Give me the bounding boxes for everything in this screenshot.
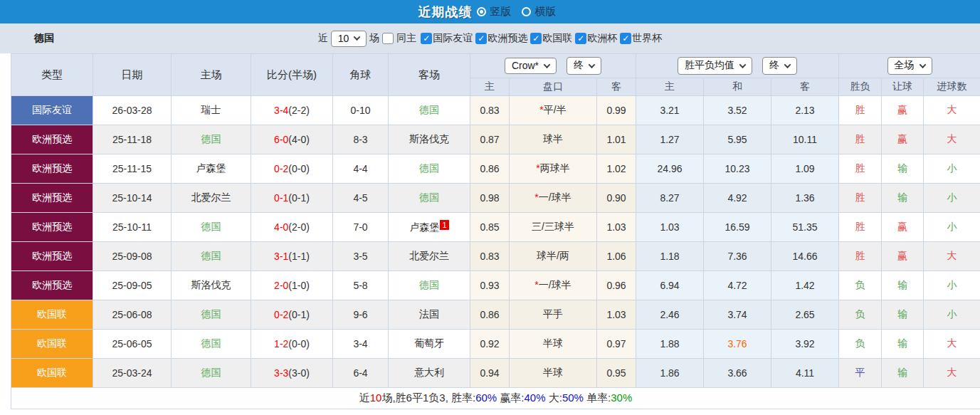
- scope-select[interactable]: 全场: [887, 57, 932, 75]
- away-team[interactable]: 德国: [389, 184, 470, 213]
- chevron-down-icon: [739, 61, 747, 68]
- vertical-layout-radio[interactable]: [477, 7, 486, 16]
- checked-checkbox-icon[interactable]: ✓: [530, 33, 542, 44]
- checked-checkbox-icon[interactable]: ✓: [421, 33, 432, 44]
- home-team[interactable]: 德国: [172, 213, 251, 242]
- odds-away: 1.01: [597, 125, 636, 154]
- avg-time-select-value: 终: [769, 59, 779, 72]
- corner-score: 9-6: [333, 300, 389, 330]
- avg-away-odds: 2.13: [771, 96, 839, 125]
- odds-away: 1.03: [597, 300, 636, 330]
- home-team[interactable]: 德国: [172, 242, 251, 271]
- away-team[interactable]: 德国: [389, 96, 470, 125]
- home-team[interactable]: 瑞士: [172, 96, 251, 125]
- corner-score: 5-8: [333, 271, 389, 300]
- avg-home-odds: 3.21: [636, 96, 704, 125]
- match-date: 25-10-11: [93, 213, 172, 242]
- competition-label[interactable]: 欧洲预选: [488, 32, 527, 45]
- result-wdl: 平: [839, 359, 882, 388]
- avg-draw-odds: 4.92: [704, 184, 771, 213]
- match-type-badge: 欧洲预选: [11, 125, 93, 154]
- checked-checkbox-icon[interactable]: ✓: [575, 33, 586, 44]
- subcol-handicap: 盘口: [510, 78, 597, 96]
- bookmaker-select[interactable]: Crow*: [505, 58, 557, 74]
- match-type-badge: 欧国联: [11, 300, 93, 330]
- result-handicap: 赢: [882, 125, 924, 154]
- recent-count-select[interactable]: 10: [331, 31, 367, 47]
- away-team[interactable]: 北爱尔兰: [389, 242, 470, 271]
- competition-filter-euro-qualifier[interactable]: ✓ 欧洲预选: [475, 32, 527, 45]
- competition-label[interactable]: 欧国联: [542, 32, 572, 45]
- away-team[interactable]: 德国: [389, 154, 470, 184]
- col-header-type: 类型: [11, 54, 93, 96]
- avg-type-select-value: 胜平负均值: [685, 59, 734, 72]
- handicap-line: 半球: [510, 330, 597, 359]
- odds-home: 0.98: [470, 184, 510, 213]
- filter-controls: 近 10 场 同主 ✓ 国际友谊 ✓ 欧洲预选 ✓ 欧国联 ✓ 欧洲杯: [318, 31, 663, 47]
- home-team[interactable]: 德国: [172, 330, 251, 359]
- score: 3-1(1-1): [251, 242, 333, 271]
- odds-away: 0.96: [597, 271, 636, 300]
- team-name: 德国: [34, 32, 54, 45]
- competition-filter-nations-league[interactable]: ✓ 欧国联: [530, 32, 572, 45]
- col-header-away: 客场: [389, 54, 470, 96]
- avg-draw-odds: 16.59: [704, 213, 771, 242]
- corner-score: 7-0: [333, 213, 389, 242]
- odds-home: 0.86: [470, 154, 510, 184]
- home-team[interactable]: 卢森堡: [172, 154, 251, 184]
- summary-segment: 大:: [546, 392, 562, 404]
- odds-home: 0.83: [470, 242, 510, 271]
- away-team[interactable]: 卢森堡1: [389, 213, 470, 242]
- avg-draw-odds: 3.74: [704, 300, 771, 330]
- away-team[interactable]: 葡萄牙: [389, 330, 470, 359]
- horizontal-layout-label[interactable]: 横版: [535, 5, 557, 19]
- score: 6-0(4-0): [251, 125, 333, 154]
- results-table: 类型 日期 主场 比分(半场) 角球 客场 Crow* 终: [11, 53, 980, 409]
- corner-score: 8-3: [333, 125, 389, 154]
- avg-away-odds: 4.11: [771, 359, 839, 388]
- match-type-badge: 国际友谊: [11, 96, 93, 125]
- avg-home-odds: 6.94: [636, 271, 704, 300]
- competition-label[interactable]: 国际友谊: [433, 32, 473, 45]
- home-team[interactable]: 北爱尔兰: [172, 184, 251, 213]
- competition-filter-euro-cup[interactable]: ✓ 欧洲杯: [575, 32, 617, 45]
- result-goals: 小: [924, 271, 980, 300]
- avg-away-odds: 1.42: [771, 271, 839, 300]
- result-wdl: 胜: [839, 154, 882, 184]
- same-host-checkbox[interactable]: [382, 33, 394, 44]
- match-date: 25-09-08: [93, 242, 172, 271]
- competition-label[interactable]: 欧洲杯: [587, 32, 617, 45]
- vertical-layout-label[interactable]: 竖版: [490, 5, 512, 19]
- same-host-label[interactable]: 同主: [396, 32, 416, 45]
- avg-type-select[interactable]: 胜平负均值: [678, 57, 752, 75]
- home-team[interactable]: 德国: [172, 125, 251, 154]
- corner-score: 0-10: [333, 96, 389, 125]
- corner-score: 4-5: [333, 184, 389, 213]
- score: 0-2(0-0): [251, 154, 333, 184]
- avg-time-select[interactable]: 终: [762, 57, 797, 75]
- competition-label[interactable]: 世界杯: [632, 32, 662, 45]
- avg-group-header: 胜平负均值 终: [636, 54, 839, 78]
- summary-segment: 50%: [562, 392, 584, 404]
- checked-checkbox-icon[interactable]: ✓: [475, 33, 487, 44]
- away-team[interactable]: 德国: [389, 271, 470, 300]
- result-goals: 大: [924, 96, 980, 125]
- checked-checkbox-icon[interactable]: ✓: [620, 33, 631, 44]
- result-wdl: 胜: [839, 184, 882, 213]
- title-bar: 近期战绩 竖版 横版: [0, 0, 980, 23]
- horizontal-layout-radio[interactable]: [522, 7, 531, 16]
- away-team[interactable]: 意大利: [389, 359, 470, 388]
- competition-filter-world-cup[interactable]: ✓ 世界杯: [620, 32, 662, 45]
- home-team[interactable]: 斯洛伐克: [172, 271, 251, 300]
- odds-time-select[interactable]: 终: [567, 57, 601, 75]
- subcol-odds-home: 主: [470, 78, 510, 96]
- handicap-line: 球半: [510, 125, 597, 154]
- col-header-corner: 角球: [333, 54, 389, 96]
- away-team[interactable]: 斯洛伐克: [389, 125, 470, 154]
- competition-filter-friendly[interactable]: ✓ 国际友谊: [421, 32, 473, 45]
- home-team[interactable]: 德国: [172, 300, 251, 330]
- away-team[interactable]: 法国: [389, 300, 470, 330]
- home-team[interactable]: 德国: [172, 359, 251, 388]
- subcol-odds-away: 客: [597, 78, 636, 96]
- chevron-down-icon: [784, 61, 791, 68]
